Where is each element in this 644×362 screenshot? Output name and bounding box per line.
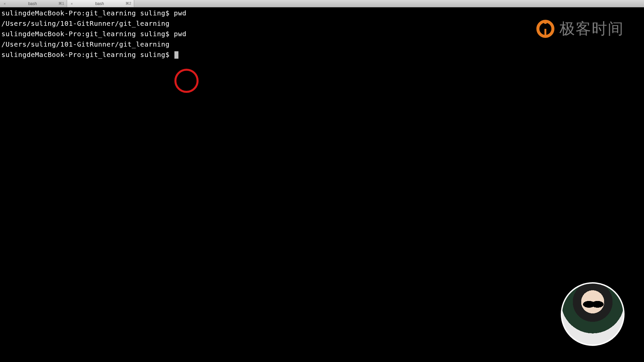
svg-rect-2: [544, 29, 546, 37]
tab-bash-1[interactable]: × bash ⌘1: [0, 0, 67, 7]
watermark-logo: 极客时间: [536, 18, 624, 39]
terminal-line: sulingdeMacBook-Pro:git_learning suling$…: [1, 8, 643, 18]
tab-bash-2[interactable]: × bash ⌘2: [67, 0, 134, 7]
terminal-line: sulingdeMacBook-Pro:git_learning suling$: [1, 50, 643, 60]
cursor-highlight-ring: [174, 69, 199, 93]
tab-shortcut: ⌘1: [58, 1, 64, 6]
geek-time-icon: [536, 19, 555, 38]
close-icon[interactable]: ×: [3, 2, 7, 6]
close-icon[interactable]: ×: [70, 2, 74, 6]
tab-bar: × bash ⌘1 × bash ⌘2: [0, 0, 644, 7]
tab-title: bash: [9, 1, 56, 6]
tab-title: bash: [76, 1, 123, 6]
terminal-cursor: [174, 51, 178, 59]
watermark-text: 极客时间: [559, 18, 624, 39]
tab-shortcut: ⌘2: [125, 1, 131, 6]
presenter-video-pip[interactable]: [561, 282, 625, 346]
terminal-line: /Users/suling/101-GitRunner/git_learning: [1, 39, 643, 50]
svg-point-1: [543, 20, 547, 24]
